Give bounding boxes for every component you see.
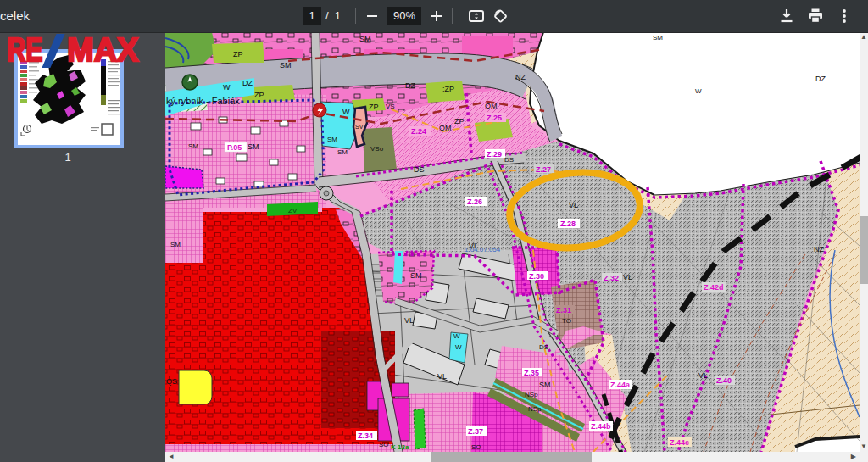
svg-text:OM: OM (439, 124, 452, 132)
svg-text:RE: RE (7, 34, 42, 68)
svg-text:W: W (342, 108, 350, 116)
svg-text:DZ: DZ (815, 75, 826, 83)
svg-text:DS: DS (504, 156, 514, 164)
svg-text:Z.37: Z.37 (468, 427, 483, 436)
svg-text:VL: VL (437, 372, 447, 381)
svg-text:ZP: ZP (454, 117, 465, 125)
svg-text:SM: SM (170, 241, 181, 248)
svg-text:SM: SM (327, 136, 337, 143)
svg-text:Z.31: Z.31 (556, 306, 571, 314)
svg-text:NSp: NSp (528, 405, 542, 413)
svg-text:SO: SO (379, 441, 389, 448)
svg-text:MAX: MAX (67, 34, 139, 68)
svg-text:VL: VL (698, 371, 708, 380)
svg-text:Z.29: Z.29 (487, 150, 502, 159)
svg-text:Z.24: Z.24 (411, 127, 426, 136)
svg-text:SV: SV (355, 124, 364, 130)
svg-text:Z.44a: Z.44a (610, 381, 631, 389)
svg-text:NZ: NZ (814, 245, 824, 253)
svg-text:W: W (223, 83, 231, 92)
svg-text:P.05: P.05 (227, 143, 242, 152)
svg-text:Z.44b: Z.44b (591, 422, 611, 431)
svg-text:VL: VL (569, 201, 578, 209)
svg-text:VS: VS (386, 103, 395, 110)
svg-text:ZP: ZP (254, 91, 264, 99)
svg-text:NZ: NZ (515, 73, 526, 81)
svg-text:SM: SM (359, 35, 371, 43)
svg-text::ZP: :ZP (442, 85, 454, 93)
svg-text:Z.28: Z.28 (560, 220, 576, 228)
svg-text:Z.42d: Z.42d (704, 283, 724, 292)
svg-text:SM: SM (248, 142, 259, 151)
svg-text:DZ: DZ (242, 79, 253, 87)
svg-text:W: W (455, 343, 462, 351)
svg-text:SM: SM (653, 34, 663, 42)
svg-text:ZV: ZV (288, 207, 298, 214)
svg-text:DZ: DZ (405, 81, 415, 90)
svg-text:K 13a: K 13a (391, 443, 409, 451)
svg-text:W: W (453, 332, 460, 340)
svg-text:Z.30: Z.30 (529, 272, 544, 281)
svg-text:TO: TO (562, 317, 571, 325)
svg-text:Z.40: Z.40 (716, 376, 732, 385)
svg-text:NSp: NSp (525, 391, 538, 398)
svg-text:OM: OM (485, 102, 498, 110)
svg-text:ZP: ZP (369, 103, 379, 111)
svg-text:Z.26: Z.26 (467, 198, 482, 206)
svg-text:SM: SM (410, 271, 422, 280)
svg-text:QS: QS (166, 377, 177, 386)
svg-text:SM: SM (337, 148, 348, 156)
svg-text:SM: SM (539, 381, 551, 389)
svg-text:ZP: ZP (233, 50, 243, 58)
svg-text:Z.34: Z.34 (358, 431, 373, 440)
svg-text:Z.35: Z.35 (524, 369, 539, 377)
svg-text:VL: VL (404, 316, 414, 325)
svg-text:Z.25: Z.25 (487, 114, 502, 122)
svg-text:ký rybník - Fabiák: ký rybník - Fabiák (166, 96, 240, 106)
svg-text:VL: VL (623, 273, 632, 281)
svg-text:Z.27: Z.27 (536, 165, 551, 174)
svg-text:Z.44c: Z.44c (670, 438, 689, 447)
svg-text:SM: SM (188, 142, 198, 150)
svg-text:SM: SM (280, 61, 292, 70)
svg-text:VSo: VSo (370, 145, 384, 153)
svg-text:Z.32: Z.32 (604, 274, 619, 282)
svg-text:DS: DS (539, 343, 548, 351)
svg-text:W: W (695, 87, 702, 95)
svg-text:1.04.07.054: 1.04.07.054 (465, 246, 501, 253)
svg-text:SO: SO (471, 443, 481, 451)
svg-text:DS: DS (414, 165, 425, 174)
